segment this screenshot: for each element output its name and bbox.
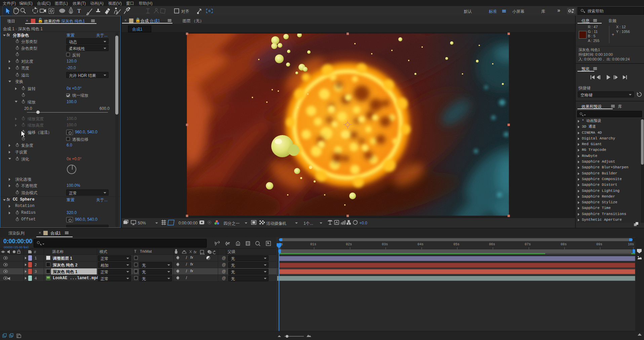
svg-text:#: #: [34, 250, 36, 254]
svg-text:fx: fx: [194, 250, 197, 254]
svg-text:T: T: [77, 8, 81, 14]
